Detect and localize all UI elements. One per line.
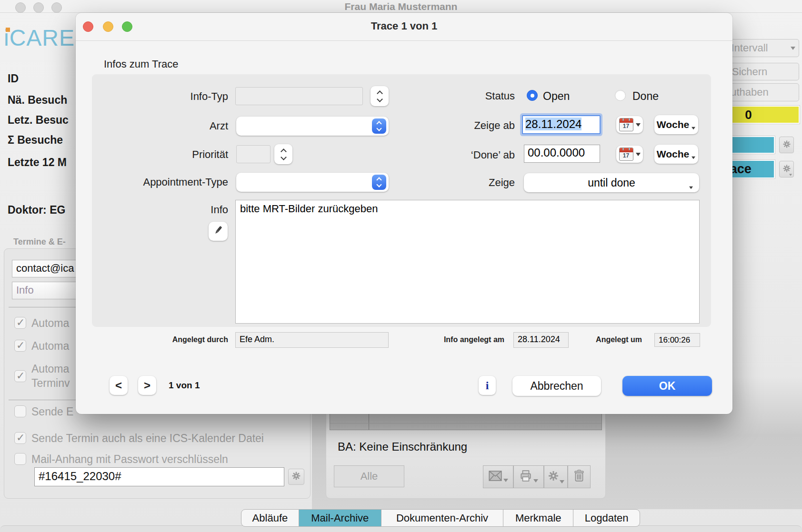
created-time-label: Angelegt um (547, 335, 642, 344)
pager-text: 1 von 1 (169, 380, 200, 391)
created-time-value: 16:00:26 (654, 333, 700, 347)
trace-dialog: Trace 1 von 1 Infos zum Trace Info-Typ A… (76, 13, 732, 414)
zeige-select[interactable]: until done (524, 173, 699, 192)
zeige-ab-calendar-button[interactable]: 17 (616, 116, 643, 133)
checkbox-sende-email[interactable] (14, 405, 26, 417)
code-settings-button[interactable] (288, 469, 304, 485)
info-typ-stepper[interactable] (371, 86, 389, 106)
done-ab-calendar-button[interactable]: 17 (616, 146, 643, 163)
zeige-select-value: until done (588, 177, 635, 189)
zeige-label: Zeige (420, 177, 515, 189)
chevron-down-icon (636, 153, 641, 156)
pencil-icon (212, 225, 224, 238)
gear-icon (782, 164, 791, 175)
chevron-up-icon (281, 148, 287, 155)
created-by-value: Efe Adm. (235, 332, 389, 348)
dialog-title: Trace 1 von 1 (76, 20, 732, 32)
checkbox-passwort[interactable] (14, 453, 26, 465)
checkbox-sende-email-label: Sende E (31, 405, 73, 418)
printer-icon (520, 470, 532, 484)
alle-button[interactable]: Alle (334, 465, 404, 487)
status-label: Status (420, 90, 515, 102)
chevron-left-icon: < (115, 379, 122, 392)
chevron-up-icon (377, 90, 383, 97)
stepper-icon (372, 175, 386, 190)
logo-dot (6, 28, 10, 32)
checkbox-automatisch-3-label-line2: Terminv (31, 377, 70, 390)
radio-open-label: Open (543, 90, 570, 103)
chevron-down-icon (377, 96, 383, 102)
gear-button-1[interactable] (779, 137, 794, 153)
chevron-down-icon (560, 480, 564, 483)
gear-icon (782, 140, 791, 150)
calendar-icon: 17 (619, 118, 633, 131)
doctor-label: Doktor: EG (8, 204, 65, 217)
code-field[interactable]: #16415_22030# (34, 467, 284, 486)
tab-merkmale[interactable]: Merkmale (503, 510, 573, 526)
checkbox-automatisch-1-label: Automa (31, 317, 69, 330)
settings-button[interactable] (544, 465, 568, 488)
chevron-down-icon (692, 156, 695, 159)
checkbox-automatisch-2-label: Automa (31, 340, 69, 353)
edit-info-button[interactable] (209, 222, 228, 241)
gear-button-2[interactable] (779, 161, 794, 177)
info-typ-label: Info-Typ (104, 90, 228, 103)
table-header-divider (330, 423, 602, 424)
appointment-type-label: Appointment-Type (104, 176, 228, 188)
chevron-down-icon (689, 187, 693, 189)
window-title: Frau Maria Mustermann (0, 1, 802, 12)
checkbox-automatisch-3[interactable] (14, 370, 26, 382)
done-ab-input[interactable]: 00.00.0000 (524, 145, 600, 163)
created-by-label: Angelegt durch (104, 335, 228, 344)
zeige-ab-woche-button[interactable]: Woche (654, 115, 698, 134)
mail-button[interactable] (483, 465, 513, 488)
prioritaet-stepper[interactable] (274, 144, 292, 164)
chevron-right-icon: > (144, 379, 150, 392)
prioritaet-field[interactable] (236, 145, 271, 163)
done-ab-woche-button[interactable]: Woche (654, 145, 698, 164)
calendar-icon: 17 (619, 148, 633, 161)
chevron-down-icon (533, 479, 538, 483)
checkbox-automatisch-3-label-line1: Automa (31, 363, 69, 375)
tab-ablaeufe[interactable]: Abläufe (241, 510, 299, 526)
info-label: Info (104, 204, 228, 216)
selected-date-text: 28.11.2024 (525, 118, 581, 130)
checkbox-automatisch-2[interactable] (14, 340, 26, 352)
chevron-down-icon (791, 47, 795, 50)
delete-button[interactable] (568, 465, 591, 488)
zeige-ab-input[interactable]: 28.11.2024 (522, 115, 601, 134)
app-window: Frau Maria Mustermann iCARE ID Nä. Besuc… (0, 0, 802, 532)
ba-restriction-label: BA: Keine Einschränkung (338, 440, 467, 453)
tab-mail-archive[interactable]: Mail-Archive (299, 510, 381, 526)
info-typ-field[interactable] (235, 87, 363, 105)
woche-button-label: Woche (657, 148, 689, 160)
cancel-button[interactable]: Abbrechen (512, 376, 601, 396)
appointment-type-select[interactable] (236, 173, 389, 192)
arzt-label: Arzt (104, 120, 228, 132)
tab-logdaten[interactable]: Logdaten (573, 510, 640, 526)
checkbox-automatisch-1[interactable] (14, 317, 26, 329)
ok-button[interactable]: OK (622, 376, 712, 396)
chevron-down-icon (789, 174, 792, 176)
patient-field-naechster-besuch: Nä. Besuch (8, 94, 67, 107)
icare-logo: iCARE (4, 25, 75, 51)
radio-done[interactable] (615, 90, 626, 101)
radio-open[interactable] (527, 90, 538, 101)
print-button[interactable] (513, 465, 544, 488)
trash-icon (574, 470, 584, 484)
arzt-select[interactable] (236, 117, 389, 136)
info-button[interactable]: i (479, 376, 496, 395)
gear-icon (548, 470, 559, 483)
info-textarea[interactable]: bitte MRT-Bilder zurückgeben (235, 200, 700, 324)
chevron-down-icon (281, 154, 287, 160)
checkbox-ics-kalender[interactable] (14, 432, 26, 444)
tab-dokumenten-archiv[interactable]: Dokumenten-Archiv (381, 510, 504, 526)
gear-icon (291, 471, 301, 483)
bottom-tab-bar: Abläufe Mail-Archive Dokumenten-Archiv M… (241, 509, 640, 527)
chevron-down-icon (503, 479, 508, 482)
section-title: Infos zum Trace (104, 58, 179, 70)
created-on-label: Info angelegt am (409, 335, 504, 344)
prioritaet-label: Priorität (104, 148, 228, 161)
next-record-button[interactable]: > (138, 376, 156, 395)
prev-record-button[interactable]: < (110, 376, 128, 395)
